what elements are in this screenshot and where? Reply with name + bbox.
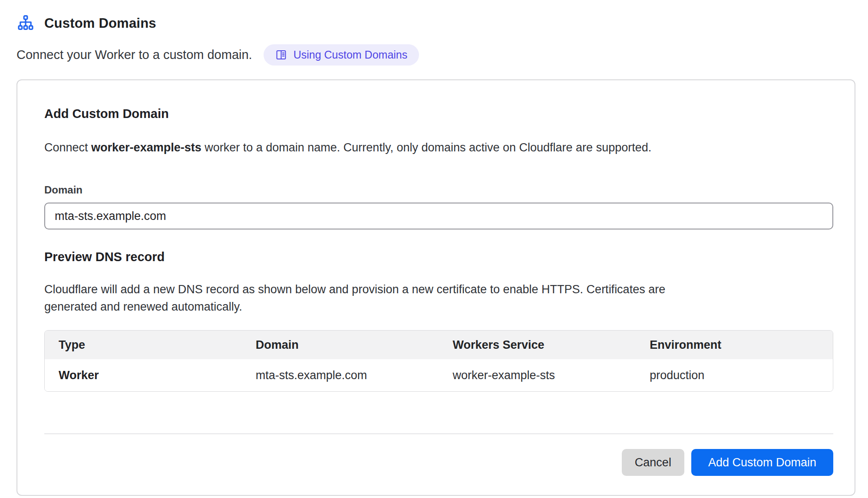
page-header: Custom Domains Connect your Worker to a … xyxy=(0,0,868,66)
preview-dns-description: Cloudflare will add a new DNS record as … xyxy=(44,281,696,315)
preview-dns-heading: Preview DNS record xyxy=(44,249,833,264)
footer-divider xyxy=(44,433,833,434)
open-book-icon xyxy=(275,49,287,61)
column-header-workers-service: Workers Service xyxy=(439,331,636,359)
card-heading: Add Custom Domain xyxy=(44,106,833,121)
table-header-row: Type Domain Workers Service Environment xyxy=(45,331,833,359)
using-custom-domains-docs-badge[interactable]: Using Custom Domains xyxy=(264,44,419,66)
cell-environment: production xyxy=(636,359,833,391)
cell-workers-service: worker-example-sts xyxy=(439,359,636,391)
worker-name: worker-example-sts xyxy=(91,141,201,154)
page-subtitle: Connect your Worker to a custom domain. xyxy=(17,48,252,62)
intro-text: Connect worker-example-sts worker to a d… xyxy=(44,139,833,156)
intro-suffix: worker to a domain name. Currently, only… xyxy=(201,141,652,154)
add-custom-domain-card: Add Custom Domain Connect worker-example… xyxy=(17,79,855,496)
add-custom-domain-button[interactable]: Add Custom Domain xyxy=(691,449,833,476)
table-row: Worker mta-sts.example.com worker-exampl… xyxy=(45,359,833,391)
page-title: Custom Domains xyxy=(44,16,156,31)
cell-type: Worker xyxy=(45,359,242,391)
cancel-button[interactable]: Cancel xyxy=(622,449,684,476)
intro-prefix: Connect xyxy=(44,141,91,154)
domain-field-label: Domain xyxy=(44,183,833,197)
column-header-domain: Domain xyxy=(242,331,439,359)
docs-badge-label: Using Custom Domains xyxy=(294,49,408,61)
custom-domains-page: Custom Domains Connect your Worker to a … xyxy=(0,0,868,498)
column-header-type: Type xyxy=(45,331,242,359)
action-buttons: Cancel Add Custom Domain xyxy=(44,449,833,476)
domain-input[interactable] xyxy=(44,203,833,229)
dns-preview-table: Type Domain Workers Service Environment … xyxy=(44,330,833,392)
column-header-environment: Environment xyxy=(636,331,833,359)
cell-domain: mta-sts.example.com xyxy=(242,359,439,391)
sitemap-icon xyxy=(17,15,35,32)
